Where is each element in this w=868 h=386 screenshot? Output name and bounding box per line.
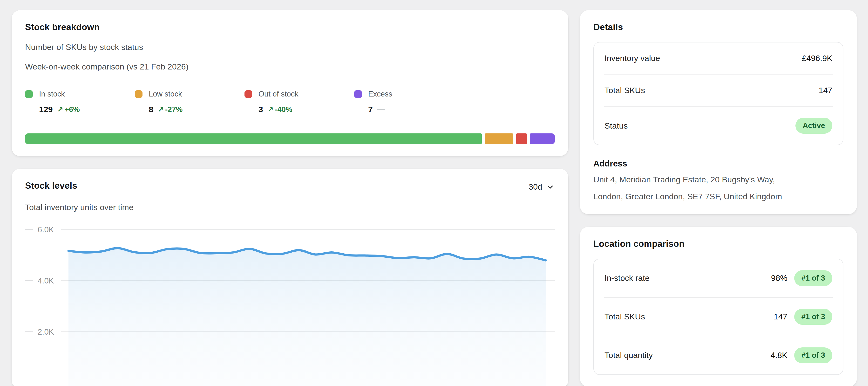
legend-swatch-icon bbox=[135, 90, 143, 98]
comparison-row-value: 4.8K bbox=[771, 351, 787, 360]
delta-percent: +6% bbox=[65, 105, 80, 114]
bar-segment-in-stock bbox=[25, 133, 482, 144]
details-row-label: Status bbox=[604, 121, 628, 130]
rank-badge: #1 of 3 bbox=[794, 270, 832, 286]
details-row-value: 147 bbox=[818, 86, 832, 95]
comparison-row: In-stock rate98%#1 of 3 bbox=[604, 259, 833, 297]
legend-delta: ↗-27% bbox=[158, 105, 183, 114]
stock-breakdown-comparison-note: Week-on-week comparison (vs 21 Feb 2026) bbox=[25, 62, 555, 71]
bar-segment-low-stock bbox=[485, 133, 513, 144]
legend-value: 8 bbox=[149, 105, 153, 114]
legend-swatch-icon bbox=[245, 90, 252, 98]
details-card: Details Inventory value£496.9KTotal SKUs… bbox=[580, 10, 857, 214]
legend-item-in-stock: In stock129↗+6% bbox=[25, 90, 135, 114]
address-line-1: Unit 4, Meridian Trading Estate, 20 Bugs… bbox=[593, 174, 843, 185]
chart-area-fill bbox=[68, 248, 546, 386]
comparison-row-value: 98% bbox=[771, 273, 787, 283]
legend-value: 129 bbox=[39, 105, 53, 114]
right-column: Details Inventory value£496.9KTotal SKUs… bbox=[580, 10, 857, 386]
location-comparison-card: Location comparison In-stock rate98%#1 o… bbox=[580, 227, 857, 386]
delta-percent: -27% bbox=[165, 105, 183, 114]
legend-item-out-of-stock: Out of stock3↗-40% bbox=[245, 90, 354, 114]
comparison-row-label: In-stock rate bbox=[604, 273, 650, 283]
rank-badge: #1 of 3 bbox=[794, 347, 832, 363]
legend-delta: ↗-40% bbox=[268, 105, 292, 114]
stock-levels-title: Stock levels bbox=[25, 181, 77, 191]
legend-item-excess: Excess7— bbox=[354, 90, 464, 114]
bar-segment-out-of-stock bbox=[516, 133, 527, 144]
y-axis-tick-label: 6.0K bbox=[38, 225, 54, 234]
rank-badge: #1 of 3 bbox=[794, 309, 832, 325]
stock-status-stacked-bar bbox=[25, 133, 555, 144]
details-row-label: Total SKUs bbox=[604, 86, 645, 95]
time-range-value: 30d bbox=[528, 182, 542, 191]
details-rows-box: Inventory value£496.9KTotal SKUs147Statu… bbox=[593, 42, 843, 145]
legend-label: In stock bbox=[39, 90, 65, 98]
address-line-2: London, Greater London, SE7 7SF, United … bbox=[593, 191, 843, 202]
delta-percent: -40% bbox=[275, 105, 292, 114]
stock-breakdown-card: Stock breakdown Number of SKUs by stock … bbox=[11, 10, 568, 156]
details-row: StatusActive bbox=[604, 106, 833, 145]
trend-up-arrow-icon: ↗ bbox=[268, 105, 273, 114]
bar-segment-excess bbox=[530, 133, 555, 144]
y-axis-tick-label: 4.0K bbox=[38, 276, 54, 285]
details-row: Inventory value£496.9K bbox=[604, 42, 833, 74]
location-comparison-title: Location comparison bbox=[593, 239, 843, 249]
comparison-row: Total SKUs147#1 of 3 bbox=[604, 297, 833, 336]
details-row-label: Inventory value bbox=[604, 54, 660, 63]
comparison-row-label: Total quantity bbox=[604, 351, 653, 360]
legend-swatch-icon bbox=[354, 90, 362, 98]
no-change-dash-icon: — bbox=[377, 105, 384, 114]
location-comparison-rows-box: In-stock rate98%#1 of 3Total SKUs147#1 o… bbox=[593, 259, 843, 375]
stock-levels-subtitle: Total inventory units over time bbox=[25, 203, 555, 212]
legend-value: 7 bbox=[368, 105, 373, 114]
trend-up-arrow-icon: ↗ bbox=[158, 105, 164, 114]
legend-value: 3 bbox=[258, 105, 263, 114]
left-column: Stock breakdown Number of SKUs by stock … bbox=[11, 10, 568, 386]
legend-item-low-stock: Low stock8↗-27% bbox=[135, 90, 245, 114]
legend-label: Excess bbox=[368, 90, 392, 98]
stock-levels-chart: 6.0K4.0K2.0K bbox=[25, 219, 555, 386]
stock-breakdown-subtitle: Number of SKUs by stock status bbox=[25, 42, 555, 52]
dashboard-page: Stock breakdown Number of SKUs by stock … bbox=[0, 0, 868, 386]
time-range-dropdown[interactable]: 30d bbox=[528, 181, 555, 193]
y-axis-tick-label: 2.0K bbox=[38, 327, 54, 336]
address-title: Address bbox=[593, 159, 843, 169]
stock-breakdown-title: Stock breakdown bbox=[25, 22, 555, 32]
stock-levels-line-chart-svg: 6.0K4.0K2.0K bbox=[25, 219, 555, 386]
stock-levels-card: Stock levels 30d Total inventory units o… bbox=[11, 169, 568, 386]
comparison-row-value: 147 bbox=[774, 312, 787, 321]
details-row-value: £496.9K bbox=[802, 54, 832, 63]
legend-delta: ↗+6% bbox=[57, 105, 80, 114]
chevron-down-icon bbox=[546, 183, 554, 191]
status-badge: Active bbox=[796, 118, 832, 133]
legend-label: Out of stock bbox=[258, 90, 298, 98]
comparison-row-label: Total SKUs bbox=[604, 312, 645, 321]
trend-up-arrow-icon: ↗ bbox=[57, 105, 63, 114]
details-title: Details bbox=[593, 22, 843, 32]
stock-levels-header: Stock levels 30d bbox=[25, 181, 555, 193]
legend-swatch-icon bbox=[25, 90, 33, 98]
comparison-row: Total quantity4.8K#1 of 3 bbox=[604, 336, 833, 375]
stock-status-legend: In stock129↗+6%Low stock8↗-27%Out of sto… bbox=[25, 90, 555, 114]
legend-label: Low stock bbox=[149, 90, 182, 98]
details-row: Total SKUs147 bbox=[604, 74, 833, 106]
